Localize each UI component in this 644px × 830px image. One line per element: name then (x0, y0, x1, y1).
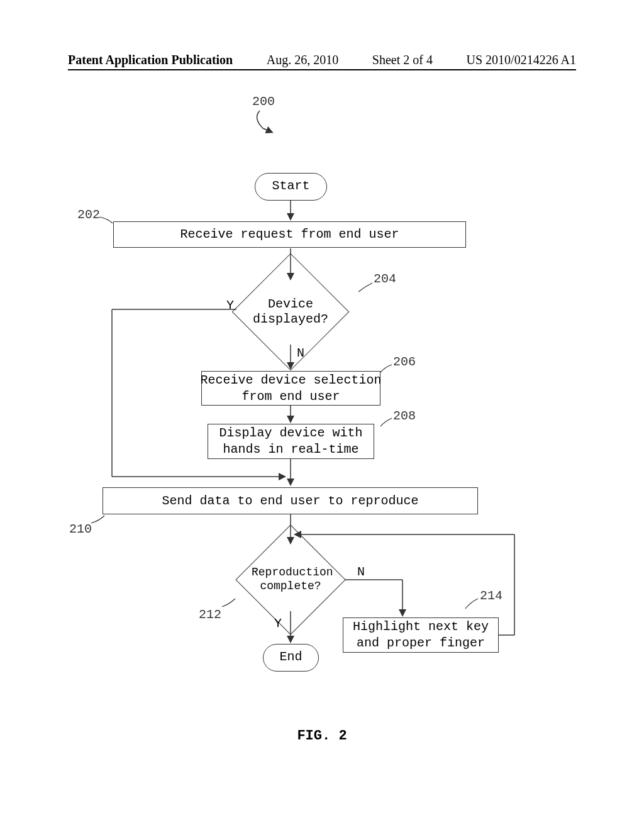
figure-label: FIG. 2 (0, 728, 644, 744)
sheet-number: Sheet 2 of 4 (372, 53, 433, 67)
process-214-label: Highlight next key and proper finger (353, 619, 489, 651)
ref-208: 208 (393, 409, 416, 423)
process-202: Receive request from end user (113, 221, 466, 248)
edge-label-212-n: N (357, 565, 365, 579)
process-208-label: Display device with hands in real-time (219, 425, 362, 458)
flowchart-canvas: 200 (0, 82, 644, 773)
terminal-start: Start (255, 173, 327, 201)
decision-212-label: Reproduction complete? (252, 566, 330, 593)
publication-type: Patent Application Publication (68, 53, 233, 67)
terminal-end-label: End (279, 650, 302, 664)
edge-label-204-y: Y (226, 298, 234, 313)
decision-212: Reproduction complete? (252, 541, 330, 619)
ref-204: 204 (374, 272, 396, 286)
page-header: Patent Application Publication Aug. 26, … (0, 53, 644, 67)
ref-206: 206 (393, 355, 416, 369)
process-206-label: Receive device selection from end user (200, 372, 381, 405)
ref-214: 214 (480, 589, 502, 603)
header-divider (68, 69, 576, 70)
process-210-label: Send data to end user to reproduce (162, 493, 418, 509)
terminal-end: End (263, 644, 319, 672)
ref-212: 212 (199, 607, 221, 622)
ref-202: 202 (77, 208, 100, 222)
edge-label-204-n: N (297, 346, 304, 360)
process-210: Send data to end user to reproduce (103, 487, 478, 514)
publication-date: Aug. 26, 2010 (267, 53, 338, 67)
decision-204-label: Device displayed? (249, 297, 332, 327)
process-206: Receive device selection from end user (201, 371, 380, 406)
process-214: Highlight next key and proper finger (343, 617, 499, 653)
terminal-start-label: Start (272, 179, 309, 193)
process-208: Display device with hands in real-time (208, 424, 374, 459)
edge-label-212-y: Y (274, 616, 282, 631)
process-202-label: Receive request from end user (180, 226, 399, 243)
ref-210: 210 (69, 522, 92, 536)
decision-204: Device displayed? (249, 270, 332, 353)
publication-number: US 2010/0214226 A1 (467, 53, 576, 67)
